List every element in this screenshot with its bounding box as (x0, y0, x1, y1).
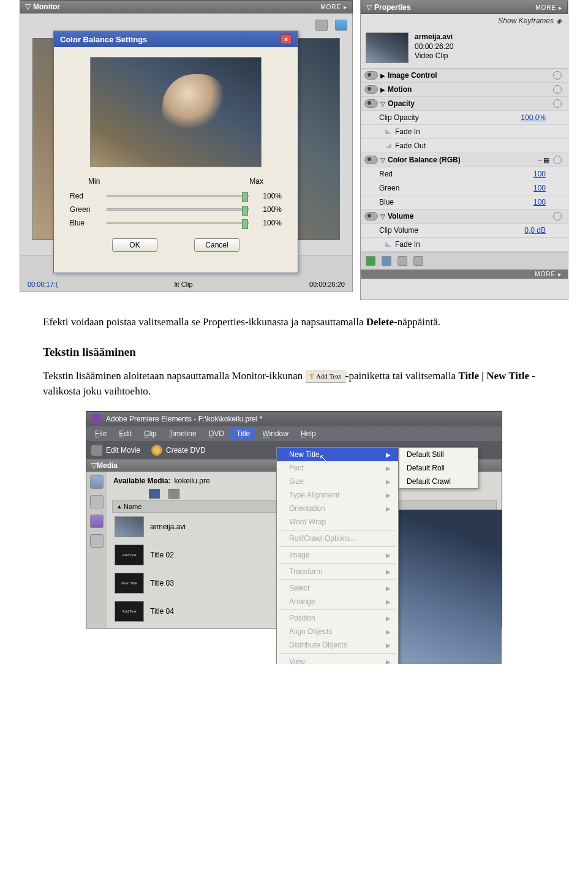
menu-view[interactable]: View▶ (277, 655, 398, 664)
app-title: Adobe Premiere Elements - F:\kok\kokeilu… (106, 415, 262, 423)
prop-motion[interactable]: ▶Motion (361, 83, 568, 97)
expand-icon[interactable]: ▶ (380, 72, 388, 79)
menu-clip[interactable]: Clip (138, 428, 163, 440)
stopwatch-icon[interactable] (553, 71, 562, 80)
paragraph-2: Tekstin lisääminen aloitetaan napsauttam… (43, 369, 545, 399)
stopwatch-icon[interactable] (553, 99, 562, 108)
show-keyframes[interactable]: Show Keyframes ◈ (361, 14, 568, 28)
picture-icon[interactable] (335, 20, 347, 31)
menu-orientation[interactable]: Orientation▶ (277, 502, 398, 515)
prop-opacity[interactable]: ▽Opacity (361, 97, 568, 111)
edit-movie-button[interactable]: Edit Movie (91, 445, 140, 456)
eye-icon[interactable] (364, 85, 378, 94)
submenu-default-crawl[interactable]: Default Crawl (399, 475, 478, 488)
app-titlebar[interactable]: Adobe Premiere Elements - F:\kok\kokeilu… (86, 412, 502, 426)
prop-volume[interactable]: ▽Volume (361, 209, 568, 224)
chevron-right-icon: ▶ (386, 492, 391, 499)
menu-title[interactable]: Title (230, 428, 256, 440)
menu-transform[interactable]: Transform▶ (277, 565, 398, 578)
camera-icon[interactable] (90, 475, 104, 489)
green-slider[interactable] (107, 208, 249, 211)
clip-info: armeija.avi 00:00:26:20 Video Clip (361, 28, 568, 69)
more-button[interactable]: MORE ▸ (320, 4, 347, 10)
camcorder-icon[interactable] (90, 495, 104, 508)
volume-value[interactable]: 0,0 dB (524, 226, 546, 235)
trash-icon[interactable] (413, 256, 423, 266)
stopwatch-icon[interactable] (553, 85, 562, 94)
stopwatch-icon[interactable] (553, 212, 562, 221)
menu-separator (279, 530, 396, 530)
create-dvd-button[interactable]: Create DVD (151, 445, 206, 456)
menu-timeline[interactable]: Timeline (163, 428, 203, 440)
stopwatch-icon[interactable] (553, 156, 562, 164)
menu-distribute[interactable]: Distribute Objects▶ (277, 638, 398, 652)
eye-icon[interactable] (364, 71, 378, 80)
sort-up-icon: ▴ (118, 502, 121, 510)
red-slider[interactable] (107, 195, 249, 197)
prop-fade-out[interactable]: Fade Out (361, 139, 568, 153)
blue-value[interactable]: 100 (533, 198, 546, 206)
menu-separator (279, 579, 396, 580)
camera-icon[interactable] (315, 20, 328, 31)
eye-icon[interactable] (364, 212, 378, 221)
prop-fade-in[interactable]: Fade In (361, 125, 568, 139)
menu-new-title[interactable]: New Title▶ (277, 448, 398, 461)
filmstrip-icon[interactable] (149, 489, 160, 499)
eye-icon[interactable] (364, 156, 378, 164)
speaker-icon[interactable] (168, 489, 179, 499)
menu-help[interactable]: Help (295, 428, 322, 440)
folder-icon[interactable] (382, 256, 391, 266)
new-icon[interactable] (398, 256, 407, 266)
more-button[interactable]: MORE ▸ (535, 4, 562, 11)
prop-color-balance[interactable]: ▽Color Balance (RGB)→▦ (361, 153, 568, 167)
monitor-header[interactable]: ▽Monitor MORE ▸ (20, 0, 353, 13)
menubar: File Edit Clip Timeline DVD Title Window… (86, 426, 502, 441)
dialog-titlebar[interactable]: Color Balance Settings × (54, 31, 298, 47)
menu-word-wrap[interactable]: Word Wrap (277, 515, 398, 529)
menu-type-alignment[interactable]: Type Alignment▶ (277, 488, 398, 502)
expand-icon[interactable]: ▽ (380, 213, 388, 220)
red-value[interactable]: 100 (533, 170, 546, 178)
minmax-labels: Min Max (64, 177, 288, 189)
menu-file[interactable]: File (89, 428, 113, 440)
menu-size[interactable]: Size▶ (277, 475, 398, 488)
menu-arrange[interactable]: Arrange▶ (277, 595, 398, 608)
collapse-icon: ▽ (366, 3, 372, 12)
timecode-left[interactable]: 00:00:17:( (28, 281, 58, 288)
more-button-bottom[interactable]: MORE ▸ (361, 270, 568, 279)
menu-separator (279, 563, 396, 564)
split-clip-label[interactable]: lit Clip (175, 281, 193, 288)
setup-icon[interactable]: →▦ (537, 156, 549, 164)
prop-image-control[interactable]: ▶Image Control (361, 69, 568, 83)
opacity-value[interactable]: 100,0% (521, 113, 546, 122)
expand-icon[interactable]: ▶ (380, 86, 388, 93)
menu-dvd[interactable]: DVD (203, 428, 230, 440)
heading-tekstin: Tekstin lisääminen (43, 344, 545, 361)
prop-cb-red: Red100 (361, 167, 568, 181)
blue-slider[interactable] (107, 222, 249, 224)
menu-position[interactable]: Position▶ (277, 611, 398, 625)
menu-window[interactable]: Window (256, 428, 295, 440)
template-icon[interactable] (90, 534, 104, 548)
submenu-default-still[interactable]: Default Still (399, 448, 478, 461)
cancel-button[interactable]: Cancel (194, 238, 239, 252)
close-icon[interactable]: × (281, 34, 292, 44)
green-value[interactable]: 100 (533, 184, 546, 192)
prop-fade-in-vol[interactable]: Fade In (361, 238, 568, 252)
ok-button[interactable]: OK (112, 238, 157, 252)
submenu-default-roll[interactable]: Default Roll (399, 461, 478, 475)
eye-icon[interactable] (364, 99, 378, 108)
effect-icon[interactable] (90, 515, 104, 528)
play-icon[interactable] (366, 256, 375, 266)
menu-align-objects[interactable]: Align Objects▶ (277, 625, 398, 638)
menu-roll-crawl[interactable]: Roll/Crawl Options… (277, 532, 398, 545)
menu-edit[interactable]: Edit (113, 428, 138, 440)
expand-icon[interactable]: ▽ (380, 100, 388, 107)
menu-image[interactable]: Image▶ (277, 548, 398, 562)
menu-font[interactable]: Font▶ (277, 461, 398, 475)
slider-blue: Blue 100% (64, 216, 288, 230)
menu-select[interactable]: Select▶ (277, 581, 398, 595)
expand-icon[interactable]: ▽ (380, 157, 388, 164)
monitor-toolbar (315, 20, 347, 31)
properties-header[interactable]: ▽Properties MORE ▸ (361, 1, 568, 14)
